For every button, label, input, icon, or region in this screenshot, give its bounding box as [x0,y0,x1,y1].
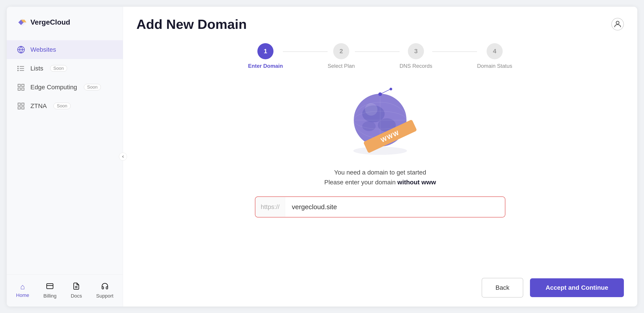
main-header: Add New Domain [123,7,637,39]
bottom-nav-home[interactable]: ⌂ Home [12,280,34,301]
svg-line-34 [380,89,390,94]
step-3: 3 DNS Records [400,43,432,69]
stepper: 1 Enter Domain 2 Select Plan 3 DNS Recor… [123,39,637,83]
vergecloud-logo-icon [16,17,28,28]
step-1: 1 Enter Domain [248,43,283,69]
sidebar-item-ztna-label: ZTNA [30,103,47,110]
step-4-label: Domain Status [477,63,512,69]
svg-point-5 [18,66,18,67]
sidebar-item-edge-computing-label: Edge Computing [30,84,77,91]
domain-instructions: You need a domain to get started Please … [324,168,436,188]
instruction-line2-bold: without www [397,179,436,186]
sidebar-logo: VergeCloud [7,7,123,38]
step-4: 4 Domain Status [477,43,512,69]
sidebar-item-edge-computing[interactable]: Edge Computing Soon [7,78,123,97]
instruction-line2: Please enter your domain without www [324,177,436,187]
svg-point-6 [18,68,18,69]
svg-rect-12 [18,103,20,105]
sidebar-item-lists[interactable]: Lists Soon [7,59,123,78]
bottom-nav-docs[interactable]: Docs [66,280,86,301]
domain-prefix: https:// [255,197,285,217]
svg-rect-14 [22,107,24,109]
instruction-line2-pre: Please enter your domain [324,179,397,186]
svg-rect-10 [22,88,24,90]
docs-icon [72,282,80,292]
svg-point-21 [353,147,407,155]
svg-point-20 [616,21,619,24]
sidebar: VergeCloud Websites [7,7,123,306]
ztna-soon-badge: Soon [54,103,71,109]
step-connector-2 [355,52,400,52]
step-4-circle: 4 [486,43,503,59]
lists-soon-badge: Soon [50,65,67,72]
edge-computing-icon [16,83,26,92]
bottom-nav-billing[interactable]: Billing [39,280,61,301]
domain-input[interactable] [285,197,505,217]
step-3-label: DNS Records [400,63,432,69]
sidebar-nav: Websites Lists Soon [7,38,123,274]
sidebar-item-websites-label: Websites [30,46,56,53]
step-2-label: Select Plan [328,63,355,69]
sidebar-bottom-nav: ⌂ Home Billing [7,274,123,306]
step-1-circle: 1 [258,43,274,59]
svg-rect-15 [18,107,20,109]
svg-rect-9 [22,84,24,87]
sidebar-item-websites[interactable]: Websites [7,40,123,59]
logo-text: VergeCloud [30,18,70,27]
svg-point-26 [365,103,378,116]
bottom-nav-docs-label: Docs [71,293,82,299]
user-avatar[interactable] [611,18,624,31]
svg-point-35 [390,88,392,90]
bottom-nav-support-label: Support [96,293,113,299]
svg-rect-16 [47,283,53,289]
svg-rect-11 [18,88,20,90]
page-title: Add New Domain [136,17,247,32]
step-1-label: Enter Domain [248,63,283,69]
websites-icon [16,45,26,54]
main-content: Add New Domain 1 Enter Domain 2 [123,7,637,306]
instruction-line1: You need a domain to get started [324,168,436,178]
step-2: 2 Select Plan [328,43,355,69]
sidebar-item-lists-label: Lists [30,65,44,72]
step-2-circle: 2 [333,43,349,59]
step-connector-1 [283,52,328,52]
back-button[interactable]: Back [482,278,523,297]
svg-rect-13 [22,103,24,105]
bottom-nav-support[interactable]: Support [92,280,118,301]
lists-icon [16,64,26,73]
ztna-icon [16,102,26,111]
sidebar-collapse-button[interactable] [119,153,127,161]
footer-actions: Back Accept and Continue [123,269,637,306]
edge-computing-soon-badge: Soon [84,84,101,90]
svg-point-7 [18,70,18,71]
domain-input-wrapper: https:// [255,196,505,217]
home-icon: ⌂ [20,282,25,291]
billing-icon [46,282,54,292]
support-icon [101,282,109,292]
step-3-circle: 3 [408,43,424,59]
step-connector-3 [432,52,477,52]
sidebar-item-ztna[interactable]: ZTNA Soon [7,97,123,115]
bottom-nav-billing-label: Billing [44,293,56,299]
svg-rect-8 [18,84,20,87]
bottom-nav-home-label: Home [16,292,29,298]
globe-illustration: WWW [338,83,422,159]
svg-point-25 [362,121,376,131]
accept-continue-button[interactable]: Accept and Continue [530,278,624,297]
wizard-body: WWW You need a domain to get started Ple… [123,83,637,269]
